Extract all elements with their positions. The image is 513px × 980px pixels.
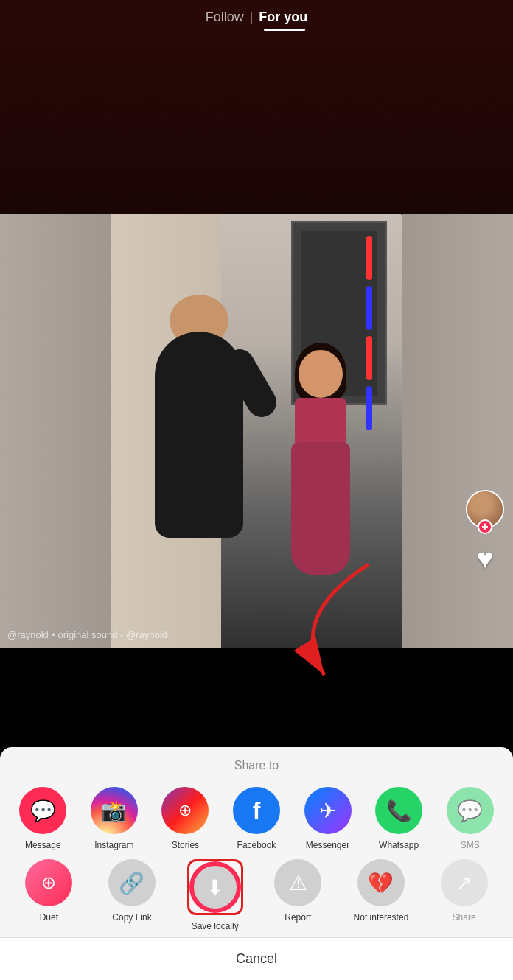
share-icon-message: 💬 xyxy=(19,787,66,834)
share-icon-facebook: f xyxy=(233,787,280,834)
share-label-not-interested: Not interested xyxy=(354,912,409,923)
share-icon-report: ⚠ xyxy=(274,859,321,906)
video-scene xyxy=(111,214,402,648)
share-label-messenger: Messenger xyxy=(306,840,349,850)
avatar-container[interactable]: + xyxy=(466,490,504,528)
light-red2 xyxy=(366,336,372,380)
share-icon-duet: ⊕ xyxy=(25,859,72,906)
share-item-share[interactable]: ↗ Share xyxy=(435,859,494,923)
share-label-stories: Stories xyxy=(172,840,199,850)
cancel-button[interactable]: Cancel xyxy=(0,937,513,980)
share-icon-save-locally: ⬇ xyxy=(192,864,239,911)
figure-male xyxy=(155,332,243,538)
share-icon-share: ↗ xyxy=(441,859,488,906)
nav-divider: | xyxy=(250,10,254,25)
figure-female xyxy=(284,354,357,575)
save-locally-highlight: ↗ xyxy=(441,859,488,906)
share-item-instagram[interactable]: 📸 Instagram xyxy=(85,787,144,850)
save-locally-highlight: ⬇ xyxy=(187,859,243,915)
share-item-sms[interactable]: 💬 SMS xyxy=(441,787,500,850)
heart-icon: ♥ xyxy=(477,543,494,575)
light-blue xyxy=(366,286,372,330)
share-item-stories[interactable]: ⊕ Stories xyxy=(156,787,214,850)
share-label-facebook: Facebook xyxy=(237,840,276,850)
video-bottom-overlay: @raynold • original sound - @raynold xyxy=(7,628,454,641)
username-text: @raynold xyxy=(7,629,49,640)
follow-tab[interactable]: Follow xyxy=(206,10,244,25)
video-left-bg xyxy=(0,214,111,648)
share-label-message: Message xyxy=(25,840,61,850)
share-item-save-locally[interactable]: ⬇ Save locally xyxy=(186,859,245,931)
share-row-1: 💬 Message 📸 Instagram ⊕ Stories f Facebo… xyxy=(0,781,513,853)
female-head xyxy=(299,350,343,398)
lights xyxy=(366,236,372,430)
share-label-instagram: Instagram xyxy=(94,840,133,850)
share-icon-messenger: ✈ xyxy=(304,787,352,834)
original-sound-text: • original sound - @raynold xyxy=(52,629,167,640)
share-header: Share to xyxy=(0,747,513,781)
share-label-whatsapp: Whatsapp xyxy=(379,840,419,850)
share-icon-copy-link: 🔗 xyxy=(108,859,156,906)
like-button[interactable]: ♥ xyxy=(477,543,494,575)
save-locally-highlight: 💔 xyxy=(357,859,405,906)
share-label-save-locally: Save locally xyxy=(192,921,239,931)
share-icon-sms: 💬 xyxy=(447,787,494,834)
share-icon-instagram: 📸 xyxy=(91,787,138,834)
male-body xyxy=(155,332,243,538)
female-dress xyxy=(291,442,350,575)
video-right-bg xyxy=(402,214,513,648)
top-navigation: Follow | For you xyxy=(0,0,513,34)
side-actions: + ♥ xyxy=(466,490,504,575)
save-locally-highlight: ⊕ xyxy=(25,859,72,906)
share-item-duet[interactable]: ⊕ Duet xyxy=(19,859,78,923)
share-label-sms: SMS xyxy=(461,840,480,850)
share-icon-not-interested: 💔 xyxy=(357,859,405,906)
share-item-report[interactable]: ⚠ Report xyxy=(268,859,327,923)
share-label-duet: Duet xyxy=(40,912,58,923)
save-locally-highlight: ⚠ xyxy=(274,859,321,906)
save-locally-highlight: 🔗 xyxy=(108,859,156,906)
share-item-messenger[interactable]: ✈ Messenger xyxy=(299,787,357,850)
male-arm xyxy=(220,344,282,423)
share-icon-stories: ⊕ xyxy=(161,787,209,834)
share-item-whatsapp[interactable]: 📞 Whatsapp xyxy=(369,787,428,850)
video-area[interactable]: + ♥ @raynold • original sound - @raynold xyxy=(0,0,513,648)
share-item-facebook[interactable]: f Facebook xyxy=(227,787,286,850)
share-row-2: ⊕ Duet 🔗 Copy Link ⬇ Save locally ⚠ Repo… xyxy=(0,853,513,934)
light-blue2 xyxy=(366,386,372,430)
share-item-message[interactable]: 💬 Message xyxy=(13,787,72,850)
light-red xyxy=(366,236,372,280)
share-item-not-interested[interactable]: 💔 Not interested xyxy=(352,859,411,923)
share-panel: Share to 💬 Message 📸 Instagram ⊕ Stories… xyxy=(0,747,513,980)
share-label-report: Report xyxy=(285,912,311,923)
share-label-share: Share xyxy=(453,912,476,923)
tab-underline xyxy=(264,29,305,31)
follow-plus-button[interactable]: + xyxy=(478,519,492,534)
video-frame xyxy=(111,214,402,648)
for-you-tab[interactable]: For you xyxy=(259,10,307,25)
share-icon-whatsapp: 📞 xyxy=(375,787,422,834)
share-label-copy-link: Copy Link xyxy=(112,912,151,923)
share-item-copy-link[interactable]: 🔗 Copy Link xyxy=(102,859,161,923)
